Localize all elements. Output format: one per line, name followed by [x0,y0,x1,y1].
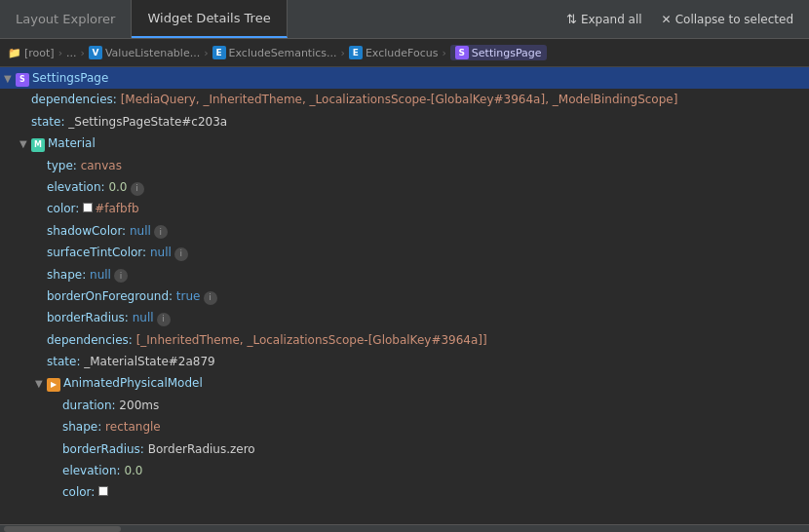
color-swatch [83,203,93,212]
folder-icon: 📁 [8,47,21,59]
tree-row[interactable]: color: [0,481,809,503]
prop-key: type: [47,156,81,175]
breadcrumb-excludefocus[interactable]: E ExcludeFocus [349,46,439,59]
expand-all-icon: ⇅ [566,12,577,26]
tree-container[interactable]: ▼ S SettingsPage dependencies: [MediaQue… [0,67,809,524]
prop-value: 200ms [119,396,159,415]
breadcrumb-valuelistenable[interactable]: V ValueListenable... [89,46,200,59]
breadcrumb-settingspage[interactable]: S SettingsPage [450,45,547,60]
prop-value: [_InheritedTheme, _LocalizationsScope-[G… [136,330,487,350]
prop-key: dependencies: [31,90,121,109]
breadcrumb-root[interactable]: 📁 [root] [8,47,55,59]
main-content: 📁 [root] › ... › V ValueListenable... › … [0,39,809,532]
prop-value: #fafbfb [95,199,138,218]
tree-row[interactable]: dependencies: [_InheritedTheme, _Localiz… [0,329,809,351]
settingspage-node-icon: S [16,73,29,87]
prop-key: shape: [47,265,90,285]
tree-row[interactable]: dependencies: [MediaQuery, _InheritedThe… [0,89,809,110]
header-actions: ⇅ Expand all ✕ Collapse to selected [559,8,809,30]
tree-row[interactable]: ▼ S SettingsPage [0,67,809,89]
node-label: AnimatedPhysicalModel [63,373,203,393]
collapse-icon: ✕ [662,13,672,26]
prop-value: 0.0 [108,177,127,197]
prop-key: color: [47,199,83,218]
tree-row[interactable]: ▼ M Material [0,133,809,154]
prop-key: state: [47,352,84,371]
animated-physical-model-icon: ▶ [47,378,60,392]
node-label: SettingsPage [32,68,108,88]
tree-row[interactable]: borderRadius: null i [0,307,809,328]
prop-value: null [90,265,111,285]
tree-row[interactable]: elevation: 0.0 i [0,176,809,198]
prop-key: color: [62,482,98,502]
tree-row[interactable]: duration: 200ms [0,395,809,416]
prop-value: rectangle [105,417,161,437]
prop-key: elevation: [47,177,108,197]
valuelistenable-icon: V [89,46,102,59]
info-badge[interactable]: i [154,225,168,239]
info-badge[interactable]: i [114,269,128,283]
node-label: Material [48,133,96,153]
color-swatch [98,486,108,496]
prop-key: surfaceTintColor: [47,243,150,262]
excludesemantics-icon: E [212,46,226,59]
prop-value: canvas [81,156,122,175]
prop-key: elevation: [62,461,124,480]
prop-key: borderRadius: [62,439,148,459]
tree-row[interactable]: state: _SettingsPageState#c203a [0,111,809,133]
prop-key: shadowColor: [47,221,130,241]
tree-row[interactable]: shadowColor: null i [0,220,809,242]
settingspage-icon: S [455,46,469,59]
horizontal-scrollbar[interactable] [0,524,809,532]
prop-value: BorderRadius.zero [148,439,255,459]
prop-key: dependencies: [47,330,136,350]
prop-value: _MaterialState#2a879 [84,352,214,371]
prop-key: borderOnForeground: [47,286,176,306]
excludefocus-icon: E [349,46,363,59]
tree-row[interactable]: state: _MaterialState#2a879 [0,351,809,372]
tree-row[interactable]: shape: rectangle [0,416,809,437]
tree-row[interactable]: surfaceTintColor: null i [0,242,809,263]
scrollbar-thumb[interactable] [4,526,121,532]
tree-row[interactable]: ▼ ▶ AnimatedPhysicalModel [0,372,809,394]
prop-value: null [133,308,154,327]
prop-value: true [176,286,201,306]
info-badge[interactable]: i [204,291,217,305]
material-node-icon: M [31,138,45,152]
info-badge[interactable]: i [131,182,144,196]
prop-value: 0.0 [124,461,142,480]
tab-widget-details-tree[interactable]: Widget Details Tree [132,0,287,38]
prop-value: [MediaQuery, _InheritedTheme, _Localizat… [121,90,678,109]
info-badge[interactable]: i [174,247,188,261]
tree-row[interactable]: borderRadius: BorderRadius.zero [0,438,809,460]
tree-row[interactable]: color: #fafbfb [0,198,809,219]
prop-value: _SettingsPageState#c203a [68,112,227,132]
expand-arrow[interactable]: ▼ [35,375,47,392]
breadcrumb: 📁 [root] › ... › V ValueListenable... › … [0,39,809,67]
prop-value: null [130,221,151,241]
tab-layout-explorer[interactable]: Layout Explorer [0,0,132,38]
prop-value: null [150,243,172,262]
info-badge[interactable]: i [157,313,171,326]
expand-all-button[interactable]: ⇅ Expand all [559,8,650,30]
prop-key: duration: [62,396,119,415]
expand-arrow[interactable]: ▼ [4,70,16,87]
collapse-to-selected-button[interactable]: ✕ Collapse to selected [654,9,801,30]
prop-key: borderRadius: [47,308,133,327]
tree-row[interactable]: elevation: 0.0 [0,460,809,481]
header-tabs: Layout Explorer Widget Details Tree ⇅ Ex… [0,0,809,39]
expand-arrow[interactable]: ▼ [19,135,31,152]
breadcrumb-excludesemantics[interactable]: E ExcludeSemantics... [212,46,337,59]
tree-row[interactable]: shape: null i [0,264,809,285]
tree-row[interactable]: type: canvas [0,155,809,176]
prop-key: state: [31,112,68,132]
tree-row[interactable]: borderOnForeground: true i [0,285,809,307]
breadcrumb-ellipsis[interactable]: ... [66,47,77,59]
prop-key: shape: [62,417,105,437]
